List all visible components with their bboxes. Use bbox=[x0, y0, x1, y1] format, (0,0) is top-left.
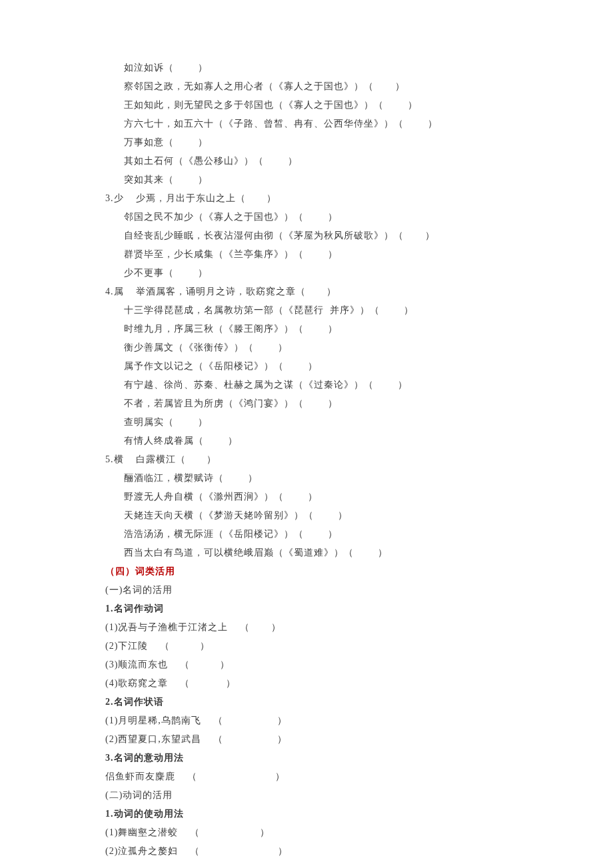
document-content: 如泣如诉（ ）察邻国之政，无如寡人之用心者（《寡人之于国也》）（ ）王如知此，则… bbox=[87, 59, 526, 861]
text-line: (1)况吾与子渔樵于江渚之上 （ ） bbox=[87, 618, 526, 637]
text-line: 邻国之民不加少（《寡人之于国也》）（ ） bbox=[87, 208, 526, 226]
text-line: 天姥连天向天横（《梦游天姥吟留别》）（ ） bbox=[87, 506, 526, 525]
text-line: 察邻国之政，无如寡人之用心者（《寡人之于国也》）（ ） bbox=[87, 77, 526, 96]
text-line: (2)西望夏口,东望武昌 （ ） bbox=[87, 730, 526, 749]
text-line: 群贤毕至，少长咸集（《兰亭集序》）（ ） bbox=[87, 245, 526, 264]
text-line: (4)歌窈窕之章 （ ） bbox=[87, 674, 526, 693]
text-line: 衡少善属文（《张衡传》）（ ） bbox=[87, 338, 526, 357]
text-line: 1.动词的使动用法 bbox=[87, 805, 526, 823]
text-line: 方六七十，如五六十（《子路、曾皙、冉有、公西华侍坐》）（ ） bbox=[87, 115, 526, 133]
text-line: 其如土石何（《愚公移山》）（ ） bbox=[87, 152, 526, 171]
text-line: 少不更事（ ） bbox=[87, 264, 526, 282]
text-line: （四）词类活用 bbox=[87, 562, 526, 581]
text-line: 3.名词的意动用法 bbox=[87, 749, 526, 767]
text-line: 十三学得琵琶成，名属教坊第一部（《琵琶行 并序》）（ ） bbox=[87, 301, 526, 320]
text-line: 时维九月，序属三秋（《滕王阁序》）（ ） bbox=[87, 320, 526, 338]
text-line: 浩浩汤汤，横无际涯（《岳阳楼记》）（ ） bbox=[87, 525, 526, 544]
text-line: 如泣如诉（ ） bbox=[87, 59, 526, 77]
text-line: 不者，若属皆且为所虏（《鸿门宴》）（ ） bbox=[87, 394, 526, 413]
text-line: (二)动词的活用 bbox=[87, 786, 526, 805]
text-line: 自经丧乱少睡眠，长夜沾湿何由彻（《茅屋为秋风所破歌》）（ ） bbox=[87, 226, 526, 245]
text-line: 查明属实（ ） bbox=[87, 413, 526, 432]
text-line: 属予作文以记之（《岳阳楼记》）（ ） bbox=[87, 357, 526, 376]
text-line: (1)月明星稀,乌鹊南飞 （ ） bbox=[87, 711, 526, 730]
text-line: 酾酒临江，横槊赋诗（ ） bbox=[87, 469, 526, 488]
text-line: (1)舞幽壑之潜蛟 （ ） bbox=[87, 823, 526, 842]
text-line: 王如知此，则无望民之多于邻国也（《寡人之于国也》）（ ） bbox=[87, 96, 526, 115]
text-line: 西当太白有鸟道，可以横绝峨眉巅（《蜀道难》）（ ） bbox=[87, 544, 526, 562]
text-line: 野渡无人舟自横（《滁州西涧》）（ ） bbox=[87, 488, 526, 506]
text-line: 3.少 少焉，月出于东山之上（ ） bbox=[87, 189, 526, 208]
text-line: 5.横 白露横江（ ） bbox=[87, 450, 526, 469]
text-line: 4.属 举酒属客，诵明月之诗，歌窈窕之章（ ） bbox=[87, 282, 526, 301]
text-line: 2.名词作状语 bbox=[87, 693, 526, 711]
text-line: 有情人终成眷属（ ） bbox=[87, 432, 526, 450]
text-line: 万事如意（ ） bbox=[87, 133, 526, 152]
document-page: 如泣如诉（ ）察邻国之政，无如寡人之用心者（《寡人之于国也》）（ ）王如知此，则… bbox=[0, 0, 613, 868]
text-line: (2)下江陵 （ ） bbox=[87, 637, 526, 655]
text-line: (2)泣孤舟之嫠妇 （ ） bbox=[87, 842, 526, 861]
text-line: (一)名词的活用 bbox=[87, 581, 526, 600]
text-line: 侣鱼虾而友麋鹿 （ ） bbox=[87, 767, 526, 786]
text-line: (3)顺流而东也 （ ） bbox=[87, 655, 526, 674]
text-line: 突如其来（ ） bbox=[87, 171, 526, 189]
text-line: 1.名词作动词 bbox=[87, 600, 526, 618]
text-line: 有宁越、徐尚、苏秦、杜赫之属为之谋（《过秦论》）（ ） bbox=[87, 376, 526, 394]
